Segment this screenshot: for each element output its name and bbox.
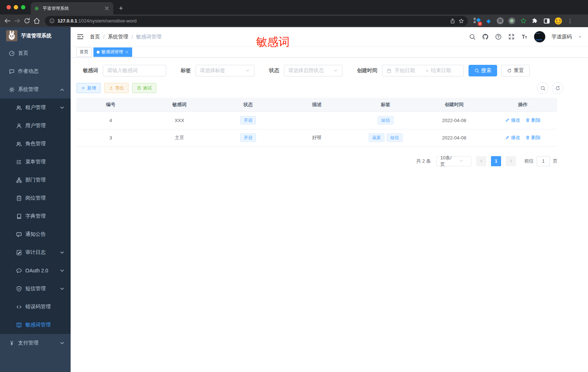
sidebar-item[interactable]: 通知公告 <box>0 225 71 243</box>
reset-button[interactable]: 重置 <box>501 65 530 76</box>
user-avatar[interactable] <box>534 31 545 42</box>
window-minimize-button[interactable] <box>14 5 18 9</box>
browser-chrome: ❋ 芋道管理系统 + 127.0.0.1:1024/system/sensiti… <box>0 0 588 27</box>
url-path: :1024/system/sensitive-word <box>77 18 136 24</box>
extension-command-icon[interactable]: ⌘ <box>497 17 504 24</box>
site-info-icon[interactable] <box>49 18 55 24</box>
app-title: 芋道管理系统 <box>21 33 51 39</box>
tab-close-icon[interactable] <box>104 5 110 11</box>
search-button[interactable]: 搜索 <box>469 65 497 76</box>
export-button[interactable]: 导出 <box>104 83 129 93</box>
delete-link[interactable]: 删除 <box>525 117 541 124</box>
tab-close-icon[interactable] <box>125 50 129 54</box>
delete-link[interactable]: 删除 <box>525 134 541 141</box>
sidebar-item[interactable]: 岗位管理 <box>0 189 71 207</box>
prev-page-button[interactable] <box>476 156 486 166</box>
next-page-button[interactable] <box>506 156 516 166</box>
breadcrumb-item[interactable]: 首页 <box>90 34 100 40</box>
toggle-search-button[interactable] <box>537 82 549 94</box>
sidebar-item[interactable]: 部门管理 <box>0 171 71 189</box>
goto-page-input[interactable]: 1 <box>537 156 550 166</box>
sidebar-item[interactable]: 租户管理 <box>0 99 71 117</box>
sidebar-item[interactable]: 菜单管理 <box>0 153 71 171</box>
profile-avatar-icon[interactable] <box>555 17 562 25</box>
document-icon <box>137 86 141 90</box>
sidebar-item-label: 作者动态 <box>18 68 38 75</box>
url-bar[interactable]: 127.0.0.1:1024/system/sensitive-word <box>45 16 468 26</box>
browser-menu-icon[interactable]: ⋮ <box>567 17 574 24</box>
tag-badge: 蔬菜 <box>369 133 385 142</box>
cell-id: 4 <box>76 112 145 129</box>
share-icon[interactable] <box>450 18 455 24</box>
sidebar-item[interactable]: OAuth 2.0 <box>0 262 71 280</box>
page-size-select[interactable]: 10条/页 <box>436 156 471 166</box>
sidebar-item-label: 用户管理 <box>25 122 46 129</box>
extension-grid-icon[interactable]: 9 <box>474 17 480 24</box>
sidebar-menu: 首页作者动态系统管理租户管理用户管理角色管理菜单管理部门管理岗位管理字典管理通知… <box>0 44 71 352</box>
breadcrumb-item[interactable]: 系统管理 <box>108 34 128 40</box>
date-label: 创建时间 <box>357 67 377 74</box>
extensions-puzzle-icon[interactable] <box>532 17 538 24</box>
window-zoom-button[interactable] <box>21 5 25 9</box>
menu-tree-icon <box>16 159 22 165</box>
column-header: 操作 <box>488 98 557 112</box>
sidebar-item[interactable]: 敏感词管理 <box>0 316 71 334</box>
sidebar-item[interactable]: 错误码管理 <box>0 298 71 316</box>
tag-badge: 短信 <box>387 133 403 142</box>
sidebar-collapse-icon[interactable] <box>76 33 84 41</box>
edit-link[interactable]: 修改 <box>505 117 520 124</box>
sidebar-item[interactable]: 短信管理 <box>0 280 71 298</box>
sidebar-item[interactable]: 作者动态 <box>0 62 71 80</box>
page-number-button[interactable]: 1 <box>491 156 501 166</box>
keyword-label: 敏感词 <box>83 67 98 74</box>
sidebar-item[interactable]: 支付管理 <box>0 334 71 352</box>
cell-word: 土豆 <box>145 129 214 146</box>
sidebar-item[interactable]: 系统管理 <box>0 80 71 99</box>
extension-star-icon[interactable] <box>520 17 527 24</box>
bookmark-star-icon[interactable] <box>458 18 464 24</box>
reload-button[interactable] <box>23 17 31 25</box>
extension-gem-icon[interactable]: ◆ <box>485 17 492 24</box>
font-size-icon[interactable] <box>521 33 528 40</box>
browser-tab[interactable]: ❋ 芋道管理系统 <box>31 2 113 14</box>
sidebar-item-label: 部门管理 <box>25 177 46 183</box>
extension-record-icon[interactable] <box>508 17 515 24</box>
app-logo: 芋道管理系统 <box>0 27 71 44</box>
sidebar-item-label: 字典管理 <box>25 213 46 220</box>
extension-sidepanel-icon[interactable] <box>543 17 550 24</box>
sidebar-item[interactable]: 角色管理 <box>0 135 71 153</box>
forward-button[interactable] <box>13 17 21 25</box>
column-header: 创建时间 <box>420 98 489 112</box>
status-select[interactable]: 请选择启用状态 <box>284 65 343 76</box>
refresh-table-button[interactable] <box>552 82 563 94</box>
tag-select[interactable]: 请选择标签 <box>196 65 255 76</box>
keyword-input[interactable]: 请输入敏感词 <box>103 65 166 76</box>
fullscreen-icon[interactable] <box>508 33 515 40</box>
sidebar-item[interactable]: 首页 <box>0 44 71 62</box>
edit-link[interactable]: 修改 <box>505 134 520 141</box>
sidebar-item-label: 岗位管理 <box>25 195 46 201</box>
sidebar-item[interactable]: 审计日志 <box>0 243 71 262</box>
add-button[interactable]: 新增 <box>76 83 101 93</box>
date-range-picker[interactable]: 开始日期 - 结束日期 <box>382 65 464 76</box>
window-close-button[interactable] <box>7 5 11 9</box>
new-tab-button[interactable]: + <box>116 4 126 13</box>
trash-icon <box>525 118 530 122</box>
code-icon <box>16 304 22 310</box>
user-menu-caret-icon[interactable] <box>578 35 582 39</box>
home-button[interactable] <box>33 17 41 25</box>
page-tab[interactable]: 敏感词管理 <box>93 47 132 57</box>
sidebar-item[interactable]: 字典管理 <box>0 207 71 225</box>
chat-icon <box>9 68 15 75</box>
github-icon[interactable] <box>482 33 489 40</box>
sidebar-item[interactable]: 用户管理 <box>0 117 71 135</box>
notice-icon <box>16 231 22 238</box>
extension-badge: 9 <box>478 22 482 26</box>
help-icon[interactable] <box>495 33 502 40</box>
back-button[interactable] <box>4 17 11 25</box>
watermark-text: 敏感词 <box>256 34 290 50</box>
test-button[interactable]: 测试 <box>132 83 156 93</box>
window-controls <box>7 5 25 9</box>
page-tab[interactable]: 首页 <box>76 47 92 57</box>
header-search-icon[interactable] <box>469 33 476 40</box>
